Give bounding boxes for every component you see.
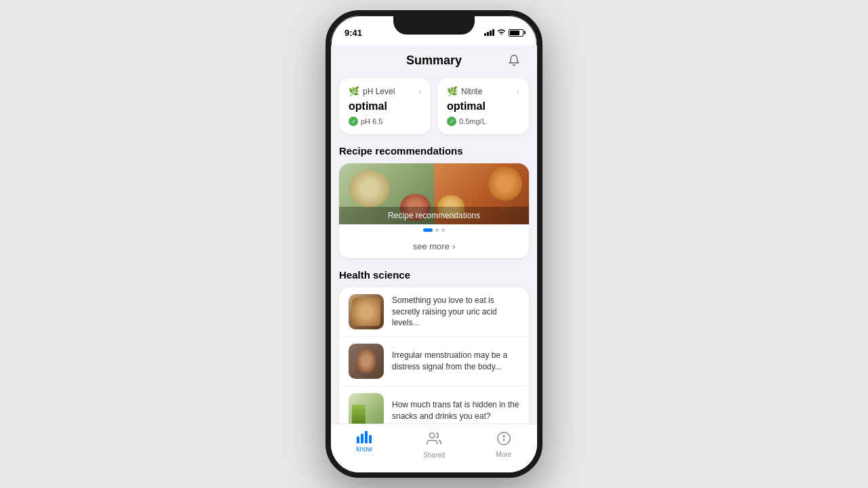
ph-status: optimal [349,100,421,113]
nitrite-card[interactable]: 🌿 Nitrite › optimal ✓ 0.5mg/L [437,78,529,134]
recipe-section: Recipe recommendations Recipe recommenda… [331,145,537,258]
nitrite-check-icon: ✓ [447,117,456,126]
ph-level-card[interactable]: 🌿 pH Level › optimal ✓ pH 6.5 [339,78,431,134]
know-icon [357,431,372,443]
recipe-section-title: Recipe recommendations [339,145,529,157]
nav-item-shared[interactable]: Shared [423,431,445,459]
recipe-image: Recipe recommendations [339,163,529,224]
screen-content: Summary 🌿 pH Level › [331,45,537,472]
bottom-nav: know Shared Mor [331,424,537,472]
article-list: Something you love to eat is secretly ra… [339,287,529,435]
recipe-overlay: Recipe recommendations [339,163,529,224]
svg-point-2 [503,435,505,436]
article-item-2[interactable]: Irregular menstruation may be a distress… [339,337,529,386]
recipe-image-label: Recipe recommendations [339,207,529,224]
notification-bell-icon[interactable] [505,51,524,70]
dot-indicator [339,224,529,235]
see-more-button[interactable]: see more › [339,235,529,258]
ph-chevron-icon: › [418,87,421,96]
ph-icon: 🌿 [349,86,359,96]
nitrite-label: 🌿 Nitrite [447,86,482,96]
nitrite-value: ✓ 0.5mg/L [447,117,519,126]
nitrite-chevron-icon: › [517,87,519,96]
svg-point-0 [430,433,435,438]
article-thumb-2 [349,344,384,379]
dot-1 [423,228,433,232]
ph-check-icon: ✓ [349,117,358,126]
article-thumb-1 [349,294,384,329]
health-section-title: Health science [339,269,529,281]
phone-frame: 9:41 Summary [326,10,542,478]
nav-label-shared: Shared [423,451,445,459]
status-icons [484,28,524,37]
app-header: Summary [331,45,537,78]
see-more-chevron-icon: › [452,241,455,251]
ph-value: ✓ pH 6.5 [349,117,421,126]
page-title: Summary [363,54,505,68]
article-text-1: Something you love to eat is secretly ra… [392,295,519,329]
nav-item-know[interactable]: know [357,431,372,453]
cards-row: 🌿 pH Level › optimal ✓ pH 6.5 [339,78,529,134]
nitrite-status: optimal [447,100,519,113]
nav-label-more: More [496,451,512,458]
dot-3 [441,228,445,232]
ph-label: 🌿 pH Level [349,86,395,96]
phone-notch [393,16,475,35]
recipe-card[interactable]: Recipe recommendations see more › [339,163,529,258]
ph-card-header: 🌿 pH Level › [349,86,421,96]
dot-2 [435,228,439,232]
nav-label-know: know [357,445,372,453]
nav-item-more[interactable]: More [496,431,512,458]
status-time: 9:41 [344,28,362,38]
article-text-2: Irregular menstruation may be a distress… [392,350,519,373]
signal-icon [484,29,494,36]
article-item-1[interactable]: Something you love to eat is secretly ra… [339,287,529,337]
more-icon [496,431,511,449]
health-science-section: Health science Something you love to eat… [331,269,537,435]
metrics-section: 🌿 pH Level › optimal ✓ pH 6.5 [331,78,537,134]
nitrite-card-header: 🌿 Nitrite › [447,86,519,96]
shared-icon [427,431,441,449]
article-text-3: How much trans fat is hidden in the snac… [392,399,519,422]
battery-icon [509,29,524,37]
wifi-icon [497,28,506,37]
nitrite-icon: 🌿 [447,86,458,96]
